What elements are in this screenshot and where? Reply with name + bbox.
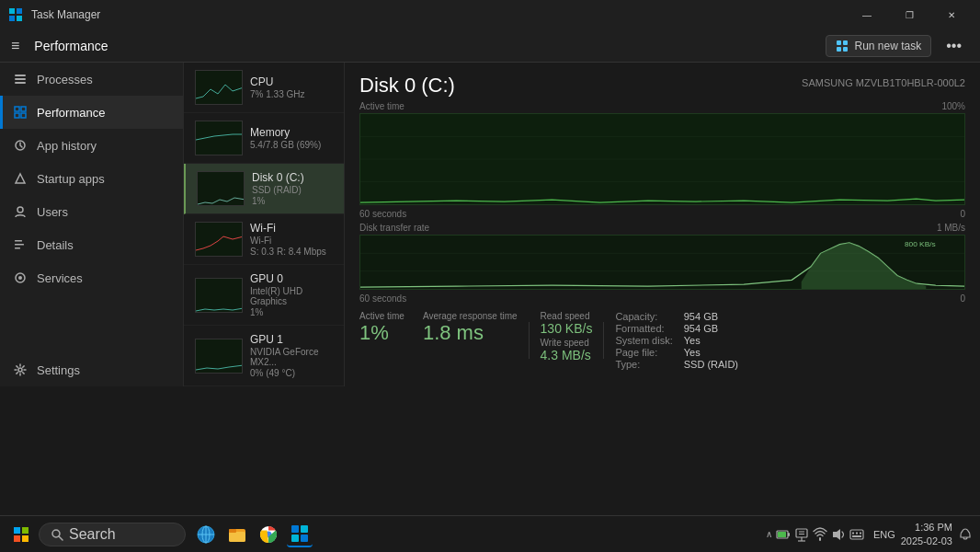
- disk-title: Disk 0 (C:): [252, 171, 333, 184]
- performance-list: CPU 7% 1.33 GHz Memory 5.4/7.8 GB (69%): [184, 63, 345, 386]
- sidebar-label-details: Details: [37, 238, 74, 252]
- active-time-stat: Active time 1%: [359, 311, 405, 345]
- run-new-task-button[interactable]: Run new task: [826, 35, 931, 57]
- perf-item-disk0[interactable]: Disk 0 (C:) SSD (RAID) 1%: [184, 164, 344, 214]
- perf-item-cpu[interactable]: CPU 7% 1.33 GHz: [184, 63, 344, 113]
- svg-marker-66: [833, 529, 840, 540]
- taskbar-app-task-manager[interactable]: [287, 522, 313, 547]
- active-time-seconds: 60 seconds: [359, 209, 406, 219]
- taskbar-date: 2025-02-03: [901, 535, 952, 547]
- memory-title: Memory: [250, 126, 333, 139]
- sidebar-label-settings: Settings: [37, 363, 80, 377]
- close-button[interactable]: ✕: [930, 0, 973, 29]
- active-time-max: 100%: [941, 101, 965, 111]
- sidebar-item-services[interactable]: Services: [0, 261, 183, 294]
- maximize-button[interactable]: ❐: [888, 0, 930, 29]
- settings-icon: [13, 362, 28, 377]
- type-value: SSD (RAID): [684, 359, 738, 370]
- search-text: Search: [69, 526, 116, 543]
- read-speed-value: 130 KB/s: [541, 321, 593, 336]
- disk-sub: SSD (RAID): [252, 185, 333, 195]
- type-label: Type:: [615, 359, 672, 370]
- language-indicator[interactable]: ENG: [873, 529, 895, 540]
- svg-rect-3: [17, 16, 22, 21]
- gpu1-title: GPU 1: [250, 333, 333, 346]
- sidebar-item-performance[interactable]: Performance: [0, 96, 183, 129]
- active-time-section: Active time 100% 60 seconds 0: [359, 101, 965, 219]
- memory-thumb: [195, 121, 243, 155]
- volume-icon: [831, 527, 846, 542]
- taskbar-app-files[interactable]: [224, 522, 250, 547]
- disk-header: Disk 0 (C:) SAMSUNG MZVLB1T0HBLR-000L2: [359, 74, 965, 98]
- svg-point-17: [17, 207, 23, 213]
- sidebar-label-startup-apps: Startup apps: [37, 172, 105, 186]
- taskbar-time-block[interactable]: 1:36 PM 2025-02-03: [901, 521, 952, 547]
- svg-text:800 KB/s: 800 KB/s: [905, 240, 936, 248]
- taskbar-app-browser[interactable]: [193, 522, 219, 547]
- svg-rect-54: [291, 525, 299, 533]
- perf-item-memory[interactable]: Memory 5.4/7.8 GB (69%): [184, 113, 344, 164]
- active-time-value: 1%: [359, 321, 405, 345]
- sidebar-label-processes: Processes: [37, 73, 93, 86]
- notification-icon[interactable]: [958, 527, 973, 542]
- sidebar-item-settings[interactable]: Settings: [0, 353, 183, 386]
- svg-rect-67: [850, 530, 863, 539]
- svg-line-44: [59, 536, 63, 540]
- battery-icon: [776, 527, 791, 542]
- start-button[interactable]: [7, 521, 35, 548]
- svg-rect-24: [196, 71, 243, 105]
- body-area: Processes Performance App history: [0, 63, 980, 386]
- system-tray: ∧: [766, 521, 973, 547]
- svg-rect-70: [860, 532, 861, 534]
- transfer-chart: 800 KB/s: [359, 235, 965, 290]
- run-new-task-label: Run new task: [854, 40, 921, 52]
- svg-rect-60: [778, 532, 786, 537]
- wifi-thumb: [195, 222, 243, 257]
- perf-item-gpu0[interactable]: GPU 0 Intel(R) UHD Graphics 1%: [184, 265, 344, 326]
- cpu-thumb: [195, 70, 243, 105]
- sidebar-item-app-history[interactable]: App history: [0, 129, 183, 162]
- perf-item-wifi[interactable]: Wi-Fi Wi-Fi S: 0.3 R: 8.4 Mbps: [184, 214, 344, 265]
- wifi-title: Wi-Fi: [250, 222, 333, 235]
- more-options-button[interactable]: •••: [939, 34, 969, 58]
- write-speed-stat: Write speed 4.3 MB/s: [541, 338, 593, 362]
- minimize-button[interactable]: —: [846, 0, 888, 29]
- sidebar-item-processes[interactable]: Processes: [0, 63, 183, 96]
- capacity-label: Capacity:: [615, 311, 672, 322]
- users-icon: [13, 204, 28, 219]
- svg-point-22: [18, 276, 22, 280]
- page-file-label: Page file:: [615, 347, 672, 358]
- taskbar-search[interactable]: Search: [39, 523, 186, 546]
- write-speed-value: 4.3 MB/s: [541, 348, 593, 362]
- svg-rect-12: [21, 107, 26, 111]
- transfer-label: Disk transfer rate: [359, 223, 429, 233]
- sidebar-item-startup-apps[interactable]: Startup apps: [0, 162, 183, 195]
- svg-rect-59: [788, 533, 790, 536]
- gpu1-sub: NVIDIA GeForce MX2...: [250, 347, 333, 367]
- svg-rect-14: [21, 113, 26, 118]
- menubar-actions: Run new task •••: [826, 34, 969, 58]
- sidebar-item-users[interactable]: Users: [0, 195, 183, 228]
- app-icon: [7, 6, 24, 23]
- keyboard-icon: [849, 527, 864, 542]
- taskbar-app-chrome[interactable]: [256, 522, 281, 547]
- sidebar-item-details[interactable]: Details: [0, 228, 183, 261]
- tray-overflow-icon[interactable]: ∧: [766, 529, 772, 539]
- svg-rect-69: [856, 532, 858, 534]
- svg-rect-57: [301, 535, 308, 542]
- gpu1-thumb: [195, 339, 243, 374]
- svg-rect-18: [15, 240, 22, 242]
- avg-response-stat: Average response time 1.8 ms: [423, 311, 518, 345]
- svg-rect-61: [796, 529, 807, 537]
- system-disk-label: System disk:: [615, 335, 672, 346]
- svg-rect-55: [301, 525, 308, 533]
- hamburger-menu[interactable]: ≡: [11, 38, 19, 54]
- disk-thumb: [197, 171, 245, 206]
- svg-rect-1: [17, 8, 22, 14]
- disk-info-grid: Capacity: 954 GB Formatted: 954 GB Syste…: [615, 311, 738, 370]
- perf-item-gpu1[interactable]: GPU 1 NVIDIA GeForce MX2... 0% (49 °C): [184, 326, 344, 386]
- sidebar-label-services: Services: [37, 271, 83, 285]
- svg-marker-16: [16, 174, 25, 183]
- gpu0-sub: Intel(R) UHD Graphics: [250, 286, 333, 306]
- wifi-val: S: 0.3 R: 8.4 Mbps: [250, 247, 333, 257]
